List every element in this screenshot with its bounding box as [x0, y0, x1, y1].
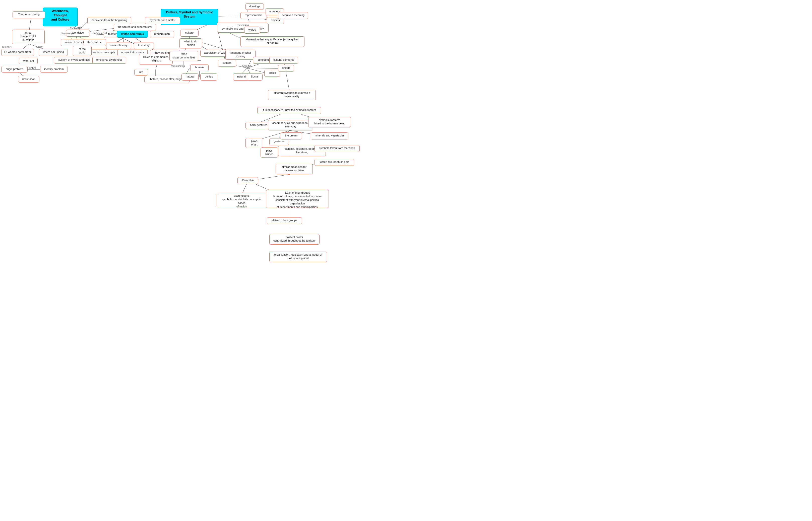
now-label: NOW	[37, 46, 42, 49]
natural-communities-node: natural	[181, 73, 199, 81]
cultural-elements-node: cultural elements	[269, 57, 298, 64]
symbol-node: symbol	[218, 60, 236, 67]
of-world-node: of the world	[73, 46, 92, 56]
political-power-node: political power centralized throughout t…	[269, 234, 320, 245]
words-node: words	[244, 27, 260, 33]
represented-in-node: represented in	[240, 12, 267, 19]
svg-line-29	[218, 32, 226, 64]
politic-node: politic	[264, 70, 280, 77]
emotional-awareness-node: emotional awareness	[92, 57, 126, 64]
colombia-node: Colombia	[238, 177, 258, 184]
communities-label: communities	[171, 65, 185, 67]
linked-ceremonies-node: linked to ceremonies religious	[139, 54, 173, 65]
worldview-thought-culture-node: Worldview, Thought and Culture	[43, 7, 78, 26]
it-is-necessary-node: it is necessary to know the symbolic sys…	[257, 107, 321, 114]
minerals-veg-node: minerals and vegetables	[311, 132, 348, 139]
acquire-meaning-node: acquire a meaning	[278, 12, 308, 19]
organization-leg-node: organization, legislation and a model of…	[269, 252, 327, 262]
plays-written-node: plays written	[261, 148, 278, 158]
universe-node: the universe	[84, 39, 106, 46]
knowledge-label: Knowledge	[62, 32, 74, 35]
myths-rituals-node: myths and rituals	[117, 30, 148, 38]
symbols-dont-node: symbols don't matter	[145, 17, 180, 24]
human-need-label: human need	[93, 32, 107, 35]
true-story-node: true story	[134, 42, 154, 49]
dimension-node: dimension that any artificial object acq…	[240, 37, 305, 47]
symbols-concepts-node: symbols, concepts	[89, 49, 119, 56]
before-label: BEFORE	[2, 46, 12, 49]
sacred-supernatural-node: the sacred and supernatural	[114, 24, 156, 31]
where-going-node: where am I going	[39, 49, 68, 56]
assumptions-node: assumptions symbolic on which its concep…	[217, 192, 267, 207]
then-label: THEN	[29, 66, 36, 69]
three-sister-node: three sister communities	[170, 51, 198, 61]
who-i-am-node: who I am	[19, 58, 38, 64]
identity-problem-node: identity problem	[40, 66, 68, 72]
connector-lines	[0, 0, 812, 521]
origin-problem-node: origin problem	[1, 66, 28, 72]
culture-node: culture	[180, 29, 199, 37]
what-to-do-node: what to do human	[179, 38, 202, 48]
language-what-node: language of what existing	[225, 50, 256, 60]
cheap-node: cheap	[278, 65, 294, 72]
elitized-urban-node: elitized urban groups	[267, 217, 302, 224]
human-being-node: The human being	[13, 11, 45, 18]
deities-node: deities	[200, 73, 217, 81]
different-symbols-node: different symbols to express a same real…	[268, 90, 316, 100]
plays-of-art-node: plays of art	[245, 138, 263, 148]
modern-man-node: modern man	[150, 31, 174, 38]
mind-map-canvas: Worldview, Thought and Culture Culture, …	[0, 0, 812, 521]
symbols-taken-node: symbols taken from the world	[314, 145, 360, 152]
rite-node: rite	[134, 69, 148, 75]
the-dream-node: the dream	[281, 132, 302, 139]
drawings-node: drawings	[245, 3, 264, 10]
of-where-node: Of where I come from	[1, 49, 34, 56]
system-myths-node: system of myths and rites	[54, 57, 94, 64]
symbolic-systems-node: symbolic systems linked to the human bei…	[308, 117, 351, 128]
recreation-node: recreation symbolic and operational of r…	[217, 22, 268, 32]
accompany-all-node: accompany all our experience everyday	[268, 120, 313, 131]
social-node: Social	[247, 73, 263, 81]
sacred-history-node: sacred history	[106, 42, 131, 49]
water-fire-node: water, fire, earth and air	[314, 159, 354, 166]
behaviors-node: behaviors from the beginning	[87, 17, 131, 24]
similar-meanings-node: similar meanings for diverse societies	[276, 164, 313, 174]
each-groups-node: Each of their groups human cultures, dis…	[266, 190, 329, 208]
human-node: human	[190, 64, 209, 71]
three-fundamental-node: three fundamental questions	[12, 29, 45, 44]
systems-label: systems	[242, 65, 251, 67]
destination-node: destination	[18, 76, 39, 83]
